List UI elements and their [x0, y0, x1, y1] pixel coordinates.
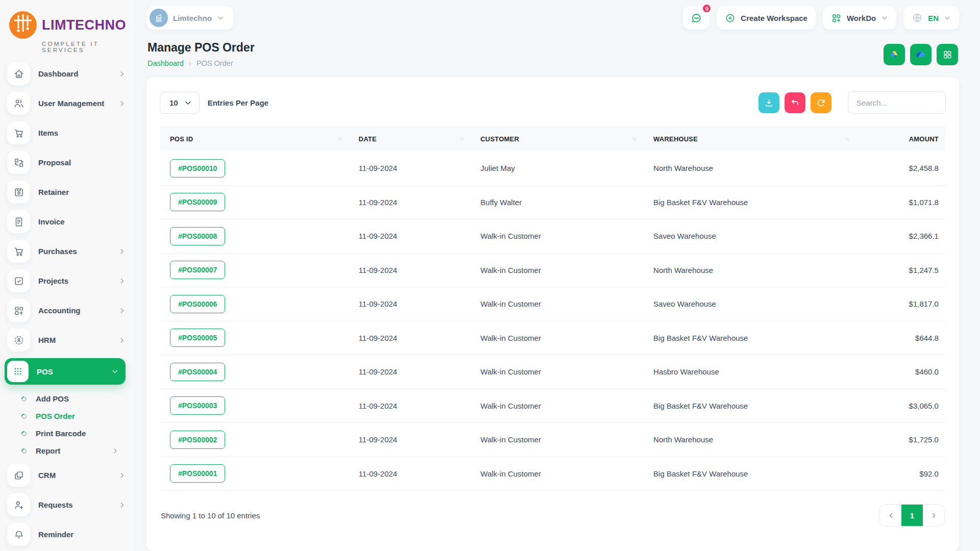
submenu-item-pos-order[interactable]: POS Order — [21, 412, 118, 420]
google-drive-button[interactable] — [884, 44, 905, 65]
sidebar-item-dashboard[interactable]: Dashboard — [7, 62, 126, 85]
sidebar-item-label: Items — [38, 129, 126, 137]
bullet-icon — [20, 430, 28, 437]
sidebar-item-projects[interactable]: Projects — [7, 269, 126, 292]
sidebar-item-items[interactable]: Items — [7, 121, 126, 144]
table-row: #POS00005 11-09-2024 Walk-in Customer Bi… — [160, 321, 946, 356]
download-icon — [764, 98, 774, 108]
workspace-selector[interactable]: Limtechno — [146, 6, 233, 30]
sidebar-item-requests[interactable]: Requests — [7, 493, 126, 516]
sort-icon[interactable]: ↑↓ — [338, 136, 341, 142]
sidebar-item-hrm[interactable]: HRM — [7, 329, 126, 352]
table-row: #POS00007 11-09-2024 Walk-in Customer No… — [160, 254, 946, 288]
warehouse-cell: Big Basket F&V Warehouse — [643, 469, 855, 478]
sidebar-item-retainer[interactable]: Retainer — [7, 181, 126, 204]
sidebar-item-reminder[interactable]: Reminder — [7, 523, 126, 546]
pos-id-link[interactable]: #POS00004 — [170, 363, 225, 381]
search-input[interactable] — [848, 91, 946, 114]
pagination-prev-button[interactable] — [880, 505, 901, 526]
undo-button[interactable] — [785, 92, 805, 113]
onedrive-button[interactable] — [910, 44, 932, 65]
warehouse-cell: Big Basket F&V Warehouse — [643, 402, 855, 410]
chevron-down-icon — [881, 14, 888, 21]
sort-icon[interactable]: ↑↓ — [632, 136, 636, 142]
submenu-item-add-pos[interactable]: Add POS — [21, 394, 118, 403]
warehouse-cell: Saveo Warehouse — [643, 232, 855, 240]
amount-cell: $1,247.5 — [855, 266, 946, 274]
pos-id-link[interactable]: #POS00009 — [170, 193, 225, 211]
pos-id-link[interactable]: #POS00003 — [170, 396, 225, 415]
brand-name: LIMTECHNO — [42, 17, 126, 33]
amount-cell: $644.8 — [855, 334, 946, 342]
messages-button[interactable]: 0 — [683, 6, 709, 30]
sidebar-item-invoice[interactable]: Invoice — [7, 210, 126, 233]
table-row: #POS00010 11-09-2024 Juliet May North Wa… — [160, 152, 946, 186]
sidebar-item-crm[interactable]: CRM — [7, 464, 126, 487]
create-workspace-button[interactable]: Create Workspace — [717, 6, 816, 30]
showing-entries-text: Showing 1 to 10 of 10 entries — [161, 511, 260, 520]
customer-cell: Walk-in Customer — [470, 435, 643, 444]
breadcrumb-current: POS Order — [197, 59, 233, 67]
refresh-button[interactable] — [811, 92, 831, 113]
pos-order-card: 10 Entries Per Page POS ID↑↓ — [146, 78, 959, 551]
user-plus-icon — [7, 493, 30, 516]
pos-id-link[interactable]: #POS00007 — [170, 261, 225, 279]
workdo-menu-button[interactable]: WorkDo — [823, 6, 896, 30]
sidebar-item-accounting[interactable]: Accounting — [7, 299, 126, 322]
workdo-label: WorkDo — [847, 14, 876, 22]
pagination-page-1-button[interactable]: 1 — [901, 505, 923, 526]
sidebar-item-label: Invoice — [38, 217, 126, 226]
date-cell: 11-09-2024 — [349, 164, 471, 172]
copy-box-icon — [7, 464, 30, 487]
pagination-next-button[interactable] — [923, 505, 944, 526]
chevron-right-icon — [118, 472, 126, 479]
submenu-item-report[interactable]: Report — [21, 446, 118, 455]
entries-per-page-select[interactable]: 10 — [160, 92, 200, 114]
chevron-down-icon — [184, 99, 192, 107]
brand-logo-icon — [8, 10, 38, 40]
customer-cell: Juliet May — [470, 164, 643, 172]
sidebar-item-label: Dashboard — [38, 69, 110, 78]
date-cell: 11-09-2024 — [349, 299, 471, 308]
date-cell: 11-09-2024 — [349, 232, 471, 240]
pos-id-link[interactable]: #POS00005 — [170, 329, 225, 347]
chevron-right-icon — [118, 278, 126, 285]
pos-id-link[interactable]: #POS00006 — [170, 295, 225, 313]
sidebar-item-user-management[interactable]: User Management — [7, 92, 126, 115]
page-header-actions — [884, 44, 958, 65]
workspace-avatar — [150, 9, 168, 27]
sidebar-item-pos[interactable]: POS — [5, 358, 126, 385]
submenu-item-print-barcode[interactable]: Print Barcode — [21, 429, 118, 438]
sort-icon[interactable]: ↑↓ — [845, 136, 848, 142]
grid-icon — [942, 49, 952, 60]
warehouse-cell: Big Basket F&V Warehouse — [643, 334, 855, 342]
focus-user-icon — [7, 329, 30, 352]
sidebar-item-purchases[interactable]: Purchases — [7, 240, 126, 263]
brand-tagline: COMPLETE IT SERVICES — [42, 41, 128, 53]
language-selector[interactable]: EN — [903, 6, 959, 30]
export-button[interactable] — [758, 92, 779, 113]
bullet-icon — [20, 395, 28, 402]
breadcrumb-dashboard-link[interactable]: Dashboard — [148, 59, 184, 67]
pos-id-link[interactable]: #POS00010 — [170, 159, 225, 178]
main-content: Limtechno 0 Create Workspace WorkD — [133, 0, 980, 551]
bullet-icon — [20, 447, 28, 454]
table-row: #POS00003 11-09-2024 Walk-in Customer Bi… — [160, 389, 946, 423]
cart-icon — [7, 121, 30, 144]
pos-id-link[interactable]: #POS00002 — [170, 431, 225, 449]
chevron-right-icon — [118, 502, 126, 509]
entries-per-page-label: Entries Per Page — [208, 98, 268, 107]
sidebar: LIMTECHNO COMPLETE IT SERVICES Dashboard… — [0, 0, 133, 551]
grid-view-button[interactable] — [937, 44, 958, 65]
pos-id-link[interactable]: #POS00001 — [170, 464, 225, 483]
breadcrumb: Dashboard › POS Order — [148, 59, 255, 67]
brand-logo[interactable]: LIMTECHNO COMPLETE IT SERVICES — [7, 7, 133, 62]
bell-icon — [7, 523, 30, 546]
sort-icon[interactable]: ↑↓ — [459, 136, 463, 142]
submenu-item-label: POS Order — [36, 412, 118, 420]
floppy-icon — [7, 181, 30, 204]
pos-id-link[interactable]: #POS00008 — [170, 227, 225, 245]
chevron-right-icon — [118, 337, 126, 344]
sidebar-item-proposal[interactable]: Proposal — [7, 151, 126, 174]
grid-plus-icon — [7, 299, 30, 322]
